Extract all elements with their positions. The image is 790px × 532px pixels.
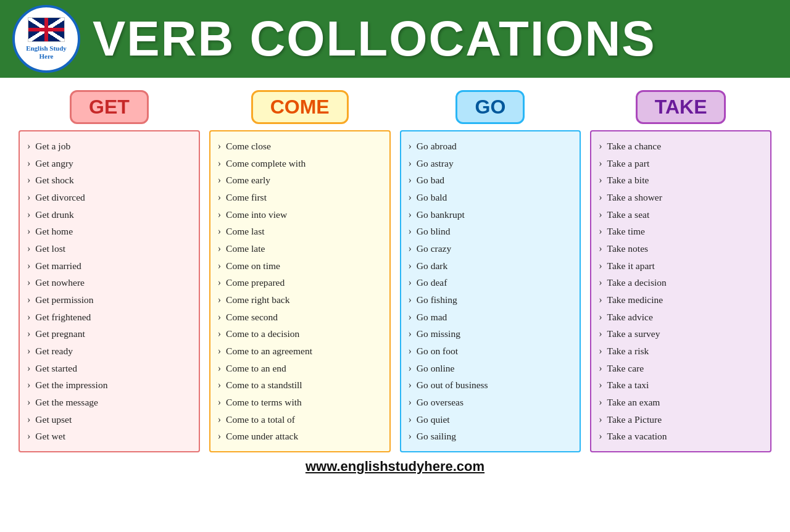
logo-text: English Study Here (26, 44, 67, 60)
list-item: Get nowhere (27, 274, 191, 291)
list-item: Go out of business (409, 376, 573, 394)
list-item: Take a decision (599, 274, 763, 291)
list-item: Get divorced (27, 189, 191, 206)
col-list-box-get: Get a jobGet angryGet shockGet divorcedG… (19, 130, 200, 452)
list-item: Go mad (409, 309, 573, 326)
list-item: Get home (27, 223, 191, 240)
list-item: Take a vacation (599, 428, 763, 445)
get-list: Get a jobGet angryGet shockGet divorcedG… (27, 138, 191, 445)
list-item: Come into view (218, 206, 382, 223)
list-item: Take a risk (599, 343, 763, 360)
column-get: GET Get a jobGet angryGet shockGet divor… (19, 90, 200, 452)
list-item: Come under attack (218, 428, 382, 445)
list-item: Come close (218, 138, 382, 155)
list-item: Take a survey (599, 325, 763, 343)
list-item: Go blind (409, 223, 573, 240)
list-item: Get wet (27, 428, 191, 445)
column-take: TAKE Take a chanceTake a partTake a bite… (590, 90, 771, 452)
list-item: Come to a standstill (218, 376, 382, 394)
go-list: Go abroadGo astrayGo badGo baldGo bankru… (409, 138, 573, 445)
footer-url: www.englishstudyhere.com (19, 452, 771, 480)
list-item: Take notes (599, 240, 763, 257)
list-item: Come second (218, 309, 382, 326)
list-item: Go missing (409, 325, 573, 343)
list-item: Take an exam (599, 394, 763, 411)
list-item: Take a shower (599, 189, 763, 206)
col-header-come: COME (251, 90, 349, 124)
list-item: Come to an agreement (218, 343, 382, 360)
list-item: Go crazy (409, 240, 573, 257)
list-item: Take a Picture (599, 411, 763, 428)
list-item: Take it apart (599, 257, 763, 275)
list-item: Come late (218, 240, 382, 257)
list-item: Go bankrupt (409, 206, 573, 223)
list-item: Go overseas (409, 394, 573, 411)
list-item: Take advice (599, 309, 763, 326)
list-item: Get angry (27, 155, 191, 172)
list-item: Come early (218, 172, 382, 189)
list-item: Take medicine (599, 291, 763, 309)
list-item: Get the message (27, 394, 191, 411)
list-item: Get ready (27, 343, 191, 360)
list-item: Come to a decision (218, 325, 382, 343)
list-item: Get permission (27, 291, 191, 309)
list-item: Get pregnant (27, 325, 191, 343)
col-list-box-come: Come closeCome complete withCome earlyCo… (209, 130, 391, 452)
list-item: Get lost (27, 240, 191, 257)
list-item: Get shock (27, 172, 191, 189)
list-item: Go abroad (409, 138, 573, 155)
list-item: Go bad (409, 172, 573, 189)
list-item: Get frightened (27, 309, 191, 326)
col-header-take: TAKE (636, 90, 726, 124)
list-item: Get a job (27, 138, 191, 155)
list-item: Come right back (218, 291, 382, 309)
list-item: Go bald (409, 189, 573, 206)
list-item: Come to a total of (218, 411, 382, 428)
columns-area: GET Get a jobGet angryGet shockGet divor… (19, 90, 771, 452)
list-item: Go on foot (409, 343, 573, 360)
col-list-box-take: Take a chanceTake a partTake a biteTake … (590, 130, 771, 452)
list-item: Come complete with (218, 155, 382, 172)
list-item: Take a part (599, 155, 763, 172)
column-go: GO Go abroadGo astrayGo badGo baldGo ban… (400, 90, 581, 452)
list-item: Take care (599, 360, 763, 377)
logo-circle: English Study Here (12, 5, 80, 73)
list-item: Take a taxi (599, 376, 763, 394)
col-header-get: GET (70, 90, 149, 124)
list-item: Come to an end (218, 360, 382, 377)
page-title: VERB COLLOCATIONS (93, 10, 656, 67)
list-item: Get started (27, 360, 191, 377)
list-item: Take a bite (599, 172, 763, 189)
list-item: Take a seat (599, 206, 763, 223)
col-header-go: GO (455, 90, 525, 124)
header: English Study Here VERB COLLOCATIONS (0, 0, 790, 78)
list-item: Go dark (409, 257, 573, 275)
list-item: Go fishing (409, 291, 573, 309)
main-content: GET Get a jobGet angryGet shockGet divor… (0, 78, 790, 486)
list-item: Go astray (409, 155, 573, 172)
list-item: Take a chance (599, 138, 763, 155)
take-list: Take a chanceTake a partTake a biteTake … (599, 138, 763, 445)
list-item: Take time (599, 223, 763, 240)
list-item: Get upset (27, 411, 191, 428)
list-item: Come last (218, 223, 382, 240)
list-item: Go deaf (409, 274, 573, 291)
list-item: Go quiet (409, 411, 573, 428)
list-item: Go online (409, 360, 573, 377)
list-item: Get drunk (27, 206, 191, 223)
list-item: Come to terms with (218, 394, 382, 411)
list-item: Come first (218, 189, 382, 206)
come-list: Come closeCome complete withCome earlyCo… (218, 138, 382, 445)
list-item: Go sailing (409, 428, 573, 445)
list-item: Get married (27, 257, 191, 275)
list-item: Come prepared (218, 274, 382, 291)
column-come: COME Come closeCome complete withCome ea… (209, 90, 391, 452)
uk-flag (28, 17, 65, 42)
col-list-box-go: Go abroadGo astrayGo badGo baldGo bankru… (400, 130, 581, 452)
list-item: Get the impression (27, 376, 191, 394)
list-item: Come on time (218, 257, 382, 275)
